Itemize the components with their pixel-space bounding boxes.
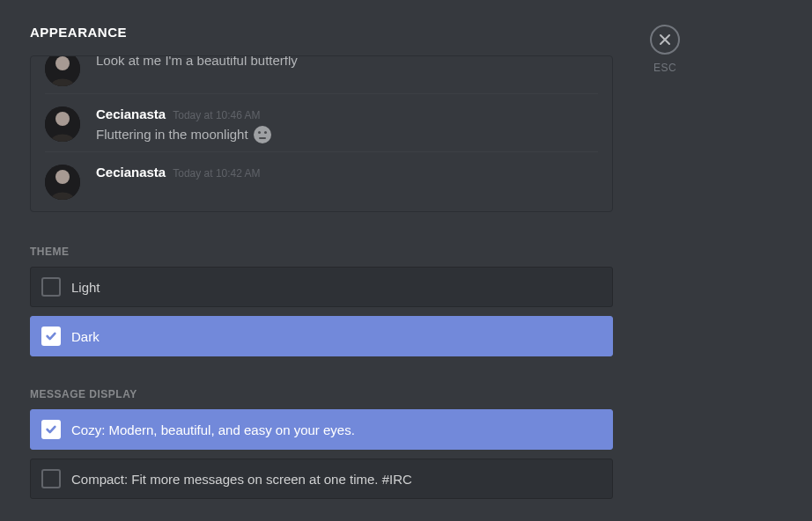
page-title: APPEARANCE [30,25,613,40]
display-option-compact[interactable]: Compact: Fit more messages on screen at … [30,459,613,499]
option-label: Dark [71,329,100,344]
avatar [45,106,80,142]
message-item: Cecianasta Today at 10:46 AM Fluttering … [45,93,598,151]
message-item: Cecianasta Today at 10:42 AM [45,151,598,207]
message-username: Cecianasta [96,106,166,121]
message-text: Look at me I'm a beautiful butterfly [96,55,598,70]
neutral-face-emoji [254,126,271,143]
section-label-message-display: MESSAGE DISPLAY [30,388,613,400]
theme-option-dark[interactable]: Dark [30,316,613,356]
theme-section: THEME Light Dark [30,246,613,356]
svg-point-1 [55,56,70,70]
avatar [45,165,80,200]
checkbox-icon [41,420,61,439]
message-timestamp: Today at 10:46 AM [173,109,260,121]
option-label: Compact: Fit more messages on screen at … [71,472,412,487]
option-label: Light [71,280,100,295]
message-text: Fluttering in the moonlight [96,125,248,144]
message-username: Cecianasta [96,165,166,180]
esc-label: ESC [653,62,676,74]
message-item: Look at me I'm a beautiful butterfly [45,55,598,93]
svg-point-3 [55,112,70,126]
message-display-section: MESSAGE DISPLAY Cozy: Modern, beautiful,… [30,388,613,499]
option-label: Cozy: Modern, beautiful, and easy on you… [71,422,355,437]
close-button[interactable] [650,25,680,55]
message-timestamp: Today at 10:42 AM [173,167,260,180]
chat-preview: Look at me I'm a beautiful butterfly Cec… [30,55,613,212]
checkbox-icon [41,277,61,297]
checkbox-icon [41,469,61,488]
section-label-theme: THEME [30,246,613,258]
display-option-cozy[interactable]: Cozy: Modern, beautiful, and easy on you… [30,409,613,450]
avatar [45,55,80,86]
theme-option-light[interactable]: Light [30,267,613,307]
svg-point-5 [55,170,70,184]
checkbox-icon [41,327,61,346]
close-icon [659,33,671,46]
